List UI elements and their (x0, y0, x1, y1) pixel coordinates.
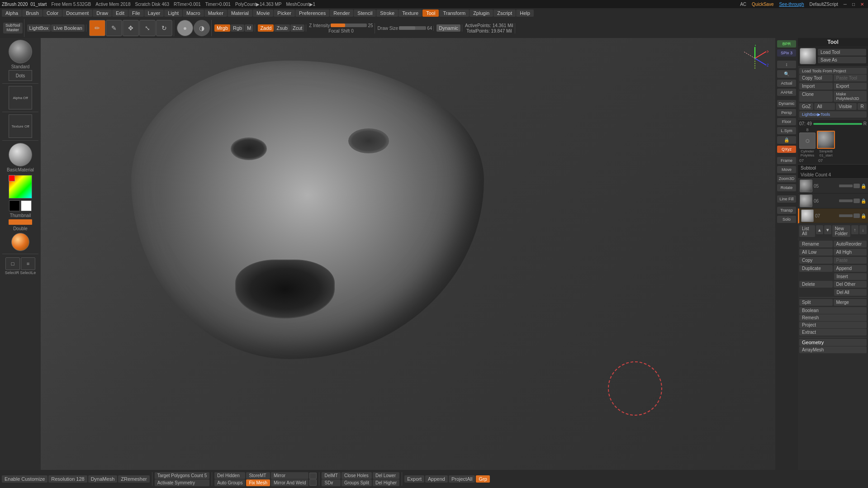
scale-button[interactable]: ⤡ (139, 20, 156, 36)
menu-picker[interactable]: Picker (274, 9, 295, 17)
visible-button[interactable]: Visible (836, 103, 857, 110)
auto-reorder-button[interactable]: AutoReorder (834, 241, 867, 247)
del-other-button[interactable]: Del Other (834, 281, 867, 288)
subtool-section-header[interactable]: Subtool (798, 165, 868, 171)
rotate-button[interactable]: ↻ (156, 20, 172, 36)
del-all-button[interactable]: Del All (834, 289, 867, 296)
load-tool-button[interactable]: Load Tool (818, 49, 866, 56)
material-sphere-button[interactable]: ● (177, 20, 193, 36)
all-button[interactable]: All (814, 103, 835, 110)
subtool-item-05[interactable]: 05 🔒 (798, 179, 868, 194)
del-higher-button[interactable]: Del Higher (373, 479, 399, 486)
xyz-button[interactable]: QXyz (777, 146, 796, 153)
window-minimize[interactable]: ─ (841, 1, 849, 7)
menu-marker[interactable]: Marker (204, 9, 227, 17)
window-close[interactable]: ✕ (858, 1, 866, 7)
menu-light[interactable]: Light (164, 9, 182, 17)
mirror-toggle-2[interactable] (309, 479, 317, 486)
menu-zplugin[interactable]: Zplugin (470, 9, 493, 17)
store-mt-button[interactable]: StoreMT (246, 472, 270, 479)
activate-symmetry-button[interactable]: Activate Symmetry (155, 479, 210, 486)
select-lasso-button[interactable]: ⌗ (21, 257, 35, 270)
menu-layer[interactable]: Layer (144, 9, 164, 17)
project-button[interactable]: Project (799, 322, 867, 328)
make-polymesh-button[interactable]: Make PolyMesh3D (834, 91, 867, 102)
transp-button[interactable]: Transp (777, 207, 796, 214)
lightbox-tools-button[interactable]: Lightbox▶Tools (799, 111, 867, 118)
fix-mesh-button[interactable]: Fix Mesh (246, 479, 270, 486)
frame-button[interactable]: Frame (777, 157, 796, 164)
dynamesh-button[interactable]: DynaMesh (88, 475, 118, 483)
menu-macro[interactable]: Macro (183, 9, 204, 17)
texture-off-button[interactable]: Texture Off (9, 114, 32, 138)
paste-tool-button[interactable]: Paste Tool (834, 75, 867, 81)
auto-groups-button[interactable]: Auto Groups (214, 479, 245, 486)
double-sphere[interactable] (11, 233, 29, 251)
menu-material[interactable]: Material (228, 9, 252, 17)
tool-scroll-bar[interactable] (813, 123, 862, 125)
menu-transform[interactable]: Transform (439, 9, 469, 17)
target-polygons-button[interactable]: Target Polygons Count 5 (155, 472, 210, 479)
dynamic-button[interactable]: Dynamic (436, 24, 460, 32)
array-mesh-button[interactable]: ArrayMesh (799, 346, 867, 353)
move-button[interactable]: ✥ (123, 20, 139, 36)
dynamic-persp-button[interactable]: Dynamic (777, 100, 796, 107)
solo-button[interactable]: Solo (777, 216, 796, 223)
subtool-slider-05[interactable] (839, 185, 853, 187)
menu-brush[interactable]: Brush (22, 9, 43, 17)
subtool-item-06[interactable]: 06 🔒 (798, 194, 868, 208)
subtool-lock-05[interactable]: 🔒 (861, 184, 866, 189)
alpha-off-button[interactable]: Alpha Off (9, 86, 32, 109)
list-down-button[interactable]: ▼ (824, 225, 831, 234)
menu-stroke[interactable]: Stroke (376, 9, 398, 17)
menu-edit[interactable]: Edit (112, 9, 128, 17)
menu-texture[interactable]: Texture (398, 9, 422, 17)
zremesher-button[interactable]: ZRemesher (118, 475, 149, 483)
lock-button[interactable]: 🔒 (777, 136, 796, 144)
goz-button[interactable]: GoZ (799, 103, 813, 110)
orient-gizmo[interactable]: X Y Z (741, 45, 768, 72)
menu-render[interactable]: Render (330, 9, 353, 17)
active-model-thumb[interactable] (817, 131, 835, 149)
r-button[interactable]: R (858, 103, 867, 110)
project-all-button[interactable]: ProjectAll (449, 475, 475, 483)
extract-button[interactable]: Extract (799, 329, 867, 336)
render-mode-button[interactable]: ◑ (194, 20, 210, 36)
export-button[interactable]: Export (834, 83, 867, 90)
ac-button[interactable]: AC (738, 1, 749, 7)
append-button[interactable]: Append (834, 265, 867, 272)
subtool-master-button[interactable]: SubToolMaster (3, 23, 23, 33)
subtool-slider-07[interactable] (839, 214, 853, 217)
paste-button[interactable]: Paste (834, 257, 867, 264)
delete-button[interactable]: Delete (799, 281, 833, 288)
stroke-dots[interactable]: Dots (9, 70, 32, 81)
zoom-button[interactable]: 🔍 (777, 70, 796, 78)
menu-color[interactable]: Color (43, 9, 62, 17)
new-folder-button[interactable]: New Folder (832, 225, 850, 237)
canvas-area[interactable]: X Y Z (41, 38, 775, 470)
zoom3d-button[interactable]: Zoom3D (777, 175, 796, 182)
subtool-eye-07[interactable] (854, 213, 860, 218)
scroll-button[interactable]: ↕ (777, 61, 796, 68)
live-boolean-button[interactable]: Live Boolean (51, 24, 85, 32)
append-bottom-button[interactable]: Append (425, 475, 448, 483)
folder-down-button[interactable]: ↓ (859, 225, 867, 234)
duplicate-button[interactable]: Duplicate (799, 265, 833, 272)
color-picker[interactable] (9, 175, 32, 199)
groups-split-button[interactable]: Groups Split (342, 479, 372, 486)
zsub-button[interactable]: Zsub (274, 24, 289, 32)
lsym-button[interactable]: L.Sym (777, 127, 796, 134)
aaflat-button[interactable]: AAHat (777, 89, 796, 96)
active-tool-thumb[interactable] (800, 48, 816, 64)
all-low-button[interactable]: All Low (799, 249, 833, 256)
mirror-toggle-1[interactable] (309, 473, 317, 479)
see-through-button[interactable]: See-through (777, 1, 806, 7)
zadd-button[interactable]: Zadd (258, 24, 274, 32)
bpr-button[interactable]: BPR (777, 40, 796, 47)
merge-button[interactable]: Merge (834, 299, 867, 306)
script-button[interactable]: DefaultZScript (807, 1, 840, 7)
enable-customize-button[interactable]: Enable Customize (2, 475, 47, 483)
menu-alpha[interactable]: Alpha (2, 9, 22, 17)
del-hidden-button[interactable]: Del Hidden (214, 472, 245, 479)
menu-zscript[interactable]: Zscript (493, 9, 516, 17)
